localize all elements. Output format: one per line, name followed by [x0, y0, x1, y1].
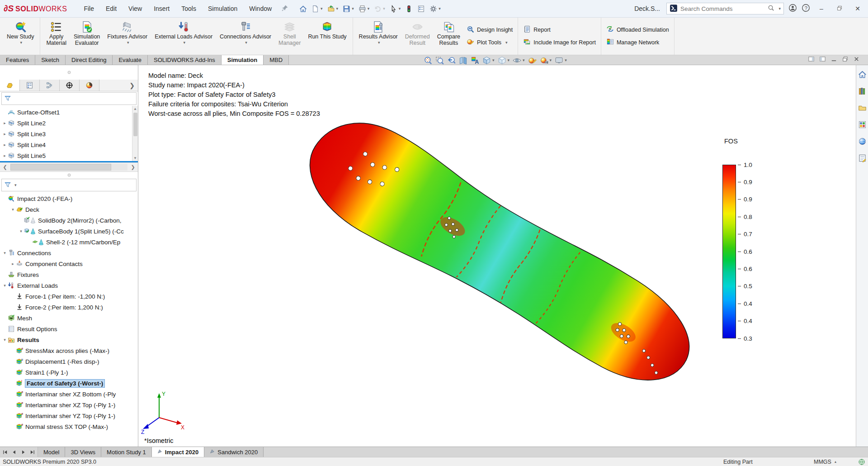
- ribbon-button-results-advisor[interactable]: Results Advisor▾: [355, 19, 401, 53]
- new-document-dropdown-icon[interactable]: ▾: [321, 6, 323, 11]
- undo-dropdown-icon[interactable]: ▾: [383, 6, 385, 11]
- go-next-tab-icon[interactable]: [19, 449, 28, 455]
- ribbon-button-fixtures-advisor[interactable]: Fixtures Advisor▾: [104, 19, 151, 53]
- print-dropdown-icon[interactable]: ▾: [368, 6, 370, 11]
- collapse-icon[interactable]: ▾: [2, 283, 8, 288]
- menu-tools[interactable]: Tools: [176, 3, 201, 14]
- view-orientation-dropdown-icon[interactable]: ▾: [492, 58, 495, 62]
- study-tree-item-deck[interactable]: ▾Deck: [0, 204, 138, 215]
- ribbon-button-connections-advisor[interactable]: Connections Advisor▾: [216, 19, 275, 53]
- menu-insert[interactable]: Insert: [149, 3, 175, 14]
- qat-home[interactable]: [297, 4, 309, 14]
- tab-sketch[interactable]: Sketch: [35, 55, 66, 65]
- qat-select[interactable]: ▾: [388, 4, 403, 14]
- study-tree-item-stressmax-across-plies-max[interactable]: σStressMax across plies (-Max-): [0, 345, 138, 356]
- scrollbar-thumb[interactable]: [10, 164, 111, 171]
- expand-icon[interactable]: ▸: [2, 121, 8, 125]
- ribbon-button-include-image-for-report[interactable]: Include Image for Report: [523, 38, 596, 47]
- units-selector[interactable]: MMGS▴: [814, 459, 836, 465]
- display-style-icon[interactable]: ▾: [497, 56, 511, 65]
- study-tree-filter[interactable]: ▾: [1, 179, 137, 191]
- view-settings-dropdown-icon[interactable]: ▾: [565, 58, 567, 62]
- annotation-views-icon[interactable]: A: [470, 56, 480, 65]
- apply-scene-icon[interactable]: ▾: [539, 56, 553, 65]
- study-tree-item-solidbody-2-mirror2-carbon[interactable]: SolidBody 2(Mirror2) (-Carbon,: [0, 215, 138, 226]
- expand-icon[interactable]: ▸: [2, 153, 8, 158]
- doc-tab-model[interactable]: Model: [38, 447, 65, 457]
- tab-direct-editing[interactable]: Direct Editing: [66, 55, 113, 65]
- scroll-down-icon[interactable]: ▼: [133, 155, 137, 161]
- ribbon-button-new-study[interactable]: New Study▾: [3, 19, 38, 53]
- view-orientation-icon[interactable]: ▾: [481, 56, 495, 65]
- dropdown-icon[interactable]: ▾: [378, 40, 380, 45]
- search-icon[interactable]: [768, 5, 774, 13]
- doc-tab-impact-2020[interactable]: Impact 2020: [152, 447, 204, 457]
- scroll-up-icon[interactable]: ▲: [133, 106, 137, 112]
- solidworks-resources-icon[interactable]: [857, 69, 868, 80]
- tab-simulation[interactable]: Simulation: [222, 55, 264, 65]
- go-previous-tab-icon[interactable]: [10, 449, 19, 455]
- feature-tree-item-split-line3[interactable]: ▸Split Line3: [0, 128, 138, 139]
- study-tree-item-shell-2-12-mm-carbon-ep[interactable]: Shell-2 (-12 mm/Carbon/Ep: [0, 237, 138, 247]
- close-window-button[interactable]: ✕: [851, 4, 864, 13]
- expand-icon[interactable]: ▸: [2, 143, 8, 147]
- dropdown-icon[interactable]: ▾: [505, 40, 508, 45]
- ribbon-button-plot-tools[interactable]: Plot Tools▾: [467, 38, 513, 47]
- search-commands-box[interactable]: ▾: [666, 3, 784, 14]
- tab-mbd[interactable]: MBD: [264, 55, 289, 65]
- pane-right-button[interactable]: [819, 56, 826, 62]
- study-tree-item-external-loads[interactable]: ▾External Loads: [0, 280, 138, 291]
- ribbon-button-simulation-evaluator[interactable]: SimulationEvaluator: [70, 19, 104, 53]
- horizontal-scrollbar[interactable]: ❮ ❯: [0, 162, 138, 172]
- dropdown-icon[interactable]: ▾: [245, 40, 247, 45]
- minimize-document-button[interactable]: [830, 56, 837, 62]
- tab-solidworks-add-ins[interactable]: SOLIDWORKS Add-Ins: [148, 55, 222, 65]
- study-tree-item-surfacebody-1-split-line5-cc[interactable]: ▾SurfaceBody 1(Split Line5) (-Cc: [0, 226, 138, 237]
- study-tree-item-connections[interactable]: ▾Connections: [0, 247, 138, 258]
- ribbon-button-offloaded-simulation[interactable]: Offloaded Simulation: [606, 25, 669, 34]
- collapse-icon[interactable]: ▾: [10, 207, 16, 212]
- study-tree-item-displacement1-res-disp[interactable]: uDisplacement1 (-Res disp-): [0, 356, 138, 367]
- tab-features[interactable]: Features: [0, 55, 35, 65]
- configurationmanager-tab[interactable]: [40, 80, 60, 91]
- study-tree-item-interlaminar-sher-xz-bottom-ply[interactable]: σInterlaminar sher XZ Bottom (-Ply: [0, 389, 138, 399]
- restore-window-button[interactable]: [833, 4, 846, 14]
- menu-window[interactable]: Window: [244, 3, 277, 14]
- panel-flyout-icon[interactable]: ❯: [126, 80, 138, 91]
- zoom-to-area-icon[interactable]: [434, 56, 445, 65]
- hide-show-items-dropdown-icon[interactable]: ▾: [523, 58, 525, 62]
- ribbon-button-deformed-result[interactable]: DeformedResult: [401, 19, 434, 53]
- collapse-icon[interactable]: ▾: [18, 229, 24, 233]
- graphics-viewport[interactable]: Model name: DeckStudy name: Impact 2020(…: [138, 65, 856, 447]
- apply-scene-dropdown-icon[interactable]: ▾: [550, 58, 552, 62]
- filter-dropdown-icon[interactable]: ▾: [14, 183, 17, 187]
- splitter-handle-icon[interactable]: [67, 173, 71, 176]
- hide-show-items-icon[interactable]: ▾: [512, 56, 526, 65]
- view-settings-icon[interactable]: ▾: [554, 56, 568, 65]
- expand-icon[interactable]: ▸: [2, 132, 8, 136]
- view-palette-icon[interactable]: [857, 119, 868, 130]
- section-view-icon[interactable]: [458, 56, 468, 65]
- ribbon-button-apply-material[interactable]: ApplyMaterial: [42, 19, 70, 53]
- minimize-window-button[interactable]: –: [815, 4, 828, 13]
- doc-tab-motion-study-1[interactable]: Motion Study 1: [101, 447, 152, 457]
- study-tree-item-normal-stress-sx-top-max[interactable]: σNormal stress SX TOP (-Max-): [0, 421, 138, 432]
- dimxpertmanager-tab[interactable]: [60, 80, 80, 91]
- study-tree-item-strain1-ply-1[interactable]: εStrain1 (-Ply 1-): [0, 367, 138, 378]
- study-tree-item-interlaminar-sher-xz-top-ply-1[interactable]: σInterlaminar sher XZ Top (-Ply 1-): [0, 399, 138, 410]
- study-tree-item-mesh[interactable]: Mesh: [0, 313, 138, 323]
- displaymanager-tab[interactable]: [80, 80, 99, 91]
- study-tree-item-impact-2020-fea[interactable]: Impact 2020 (-FEA-): [0, 193, 138, 204]
- propertymanager-tab[interactable]: [20, 80, 40, 91]
- doc-tab-sandwich-2020[interactable]: Sandwich 2020: [204, 447, 264, 457]
- design-library-icon[interactable]: [857, 86, 868, 96]
- panel-splitter[interactable]: [0, 172, 138, 178]
- study-tree-item-component-contacts[interactable]: ▸Component Contacts: [0, 258, 138, 269]
- doc-tab-3d-views[interactable]: 3D Views: [65, 447, 101, 457]
- search-dropdown-icon[interactable]: ▾: [778, 6, 781, 11]
- appearances-scenes-icon[interactable]: [857, 136, 868, 147]
- qat-open-document[interactable]: ▾: [326, 4, 340, 14]
- study-tree-item-factor-of-safety3-worst[interactable]: !Factor of Safety3 (-Worst-): [0, 378, 138, 389]
- study-tree-item-results[interactable]: ▾Results: [0, 334, 138, 345]
- expand-icon[interactable]: ▸: [10, 262, 16, 266]
